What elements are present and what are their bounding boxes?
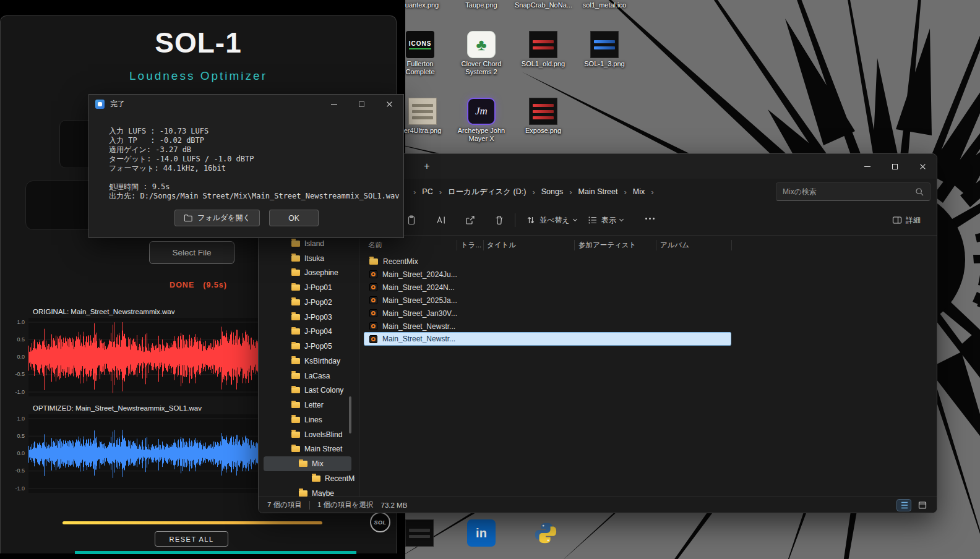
folder-icon [291, 299, 300, 305]
view-icon [588, 215, 598, 225]
desktop-icon[interactable]: SOL-1_3.png [576, 31, 633, 68]
file-name: Main_Street_Newstr... [382, 335, 455, 343]
column-header[interactable]: 名前 [368, 241, 382, 250]
maximize-icon [892, 164, 898, 169]
delete-icon[interactable] [489, 210, 510, 230]
tree-item-lovelsblind[interactable]: LovelsBlind [264, 427, 355, 442]
desktop-icon[interactable] [517, 519, 574, 548]
column-header[interactable]: 参加アーティスト [578, 241, 636, 250]
minimize-button[interactable] [853, 154, 881, 179]
desktop-icon[interactable]: in [453, 519, 510, 548]
tree-item-j-pop02[interactable]: J-Pop02 [264, 295, 355, 310]
file-row[interactable]: Main_Street_2025Ja... [259, 294, 937, 307]
close-button[interactable] [909, 154, 937, 179]
scrollbar[interactable] [349, 396, 351, 433]
file-row[interactable]: Main_Street_Newstr... [364, 333, 731, 345]
folder-icon [291, 241, 300, 247]
desktop-icon[interactable]: ICONSFullerton Complete [392, 31, 449, 76]
tree-item-last-colony[interactable]: Last Colony [264, 383, 355, 398]
column-divider [656, 240, 656, 250]
open-folder-icon [184, 213, 193, 223]
maximize-button[interactable] [881, 154, 909, 179]
file-name: Main_Street_2025Ja... [382, 296, 457, 305]
pane-divider [359, 239, 360, 497]
column-header[interactable]: タイトル [487, 241, 516, 250]
tree-item-lacasa[interactable]: LaCasa [264, 369, 355, 383]
tree-item-j-pop03[interactable]: J-Pop03 [264, 310, 355, 325]
tree-item-j-pop05[interactable]: J-Pop05 [264, 339, 355, 354]
reset-all-button[interactable]: RESET ALL [155, 531, 228, 547]
file-row[interactable]: RecentMix [259, 255, 937, 268]
desktop-icon[interactable]: SOL1_old.png [515, 31, 572, 68]
more-options-button[interactable] [645, 218, 655, 220]
y-tick-label: -0.5 [15, 467, 25, 474]
tree-item-mix[interactable]: Mix [264, 456, 351, 471]
y-tick-label: 0.0 [17, 354, 25, 361]
tree-item-ksbirthday[interactable]: KsBirthday [264, 354, 355, 369]
tree-item-main-street[interactable]: Main Street [264, 442, 355, 457]
column-header[interactable]: アルバム [660, 241, 689, 250]
tree-item-j-pop01[interactable]: J-Pop01 [264, 280, 355, 295]
tree-item-label: Island [304, 239, 324, 248]
thumb-red-thumbnail [529, 31, 557, 58]
ok-button[interactable]: OK [269, 210, 319, 226]
footer-accent-bar [75, 551, 356, 554]
folder-icon [291, 358, 300, 364]
file-row[interactable]: Main_Street_Jan30V... [259, 307, 937, 320]
maximize-button[interactable] [348, 95, 376, 113]
desktop-icon[interactable]: sol1_metal.ico [576, 1, 633, 9]
linkedin-thumbnail: in [467, 519, 496, 547]
rename-icon[interactable] [431, 210, 452, 230]
window-controls [853, 154, 937, 179]
file-row[interactable]: Main_Street_2024Ju... [259, 268, 937, 281]
folder-icon [291, 373, 300, 379]
select-file-button[interactable]: Select File [149, 241, 234, 264]
search-box[interactable] [776, 182, 931, 201]
breadcrumb-item[interactable]: Songs [539, 186, 565, 198]
open-folder-button[interactable]: フォルダを開く [174, 210, 260, 226]
file-row[interactable]: Main_Street_Newstr... [259, 320, 937, 333]
desktop-icon[interactable] [391, 519, 448, 548]
search-input[interactable] [776, 187, 915, 196]
column-header[interactable]: トラ... [461, 241, 481, 250]
breadcrumb-item[interactable]: ローカルディスク (D:) [445, 185, 528, 199]
column-divider [483, 240, 484, 250]
tree-item-letter[interactable]: Letter [264, 398, 355, 412]
status-done-time: (9.5s) [203, 281, 227, 289]
view-toggles [897, 500, 929, 511]
tree-item-lines[interactable]: Lines [264, 412, 355, 427]
tree-item-recentmix[interactable]: RecentMix [264, 471, 355, 486]
tree-item-j-pop04[interactable]: J-Pop04 [264, 325, 355, 339]
new-tab-button[interactable]: + [419, 159, 434, 174]
large-view-toggle[interactable] [916, 500, 929, 511]
tree-item-label: Last Colony [304, 386, 343, 395]
desktop-icon[interactable]: Expose.png [515, 98, 572, 135]
breadcrumb-item[interactable]: Mix [630, 186, 647, 198]
desktop-icon[interactable]: JmArchetype John Mayer X [453, 98, 510, 143]
desktop-icon[interactable]: Taupe.png [453, 1, 510, 9]
folder-icon [291, 314, 300, 320]
share-icon[interactable] [460, 210, 481, 230]
paste-icon[interactable] [401, 210, 422, 230]
tree-item-label: J-Pop02 [304, 298, 332, 307]
tree-item-label: Itsuka [304, 254, 324, 263]
tree-item-island[interactable]: Island [264, 236, 355, 251]
breadcrumb-item[interactable]: PC [419, 186, 435, 198]
dialog-result-line: 入力 LUFS : -10.73 LUFS [109, 127, 397, 136]
file-row[interactable]: Main_Street_2024N... [259, 281, 937, 294]
breadcrumb-item[interactable]: Main Street [576, 186, 621, 198]
view-button[interactable]: 表示 [583, 210, 628, 230]
close-button[interactable] [376, 95, 403, 113]
desktop-icon[interactable]: ♣Clover Chord Systems 2 [453, 31, 510, 76]
list-view-toggle[interactable] [897, 500, 911, 511]
folder-icon [291, 328, 300, 335]
tree-item-itsuka[interactable]: Itsuka [264, 251, 355, 266]
desktop-icon[interactable]: uantex.png [393, 1, 450, 9]
desktop-icon[interactable]: SnapCrab_NoNa... [515, 1, 572, 9]
details-pane-button[interactable]: 詳細 [887, 210, 926, 230]
minimize-button[interactable] [320, 95, 348, 113]
sort-button[interactable]: 並べ替え [521, 210, 582, 230]
tree-item-josephine[interactable]: Josephine [264, 266, 355, 281]
thumb-dark-thumbnail [405, 519, 434, 547]
audio-file-icon [369, 296, 377, 304]
